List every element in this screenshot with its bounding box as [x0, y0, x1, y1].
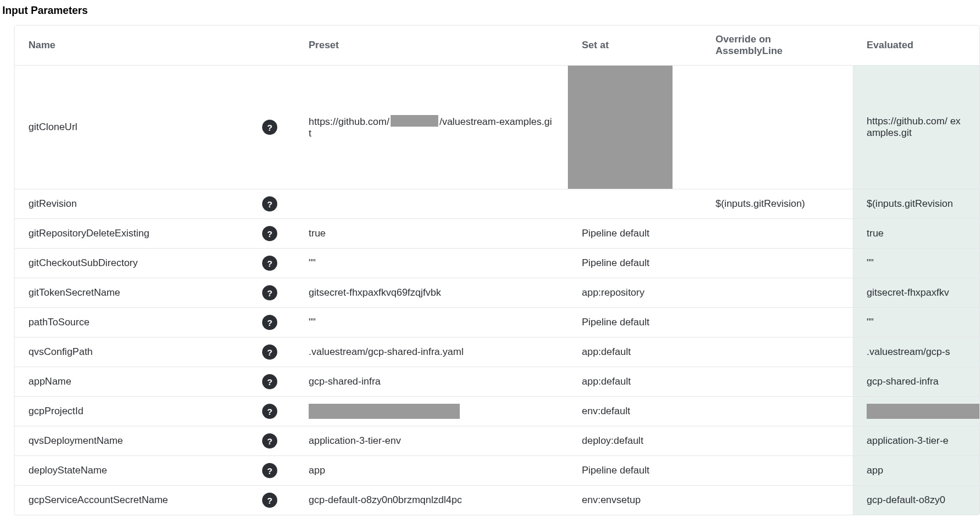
evaluated-value: ""	[867, 317, 874, 328]
set-at-cell: Pipeline default	[568, 249, 702, 278]
section-title: Input Parameters	[0, 0, 980, 25]
table-row: gitCloneUrl?https://github.com//valuestr…	[15, 66, 979, 189]
help-icon[interactable]: ?	[262, 404, 277, 419]
help-cell: ?	[259, 367, 295, 397]
help-icon[interactable]: ?	[262, 463, 277, 478]
override-value: $(inputs.gitRevision)	[716, 198, 805, 209]
help-icon[interactable]: ?	[262, 344, 277, 360]
set-at-value: Pipeline default	[582, 228, 649, 239]
help-icon[interactable]: ?	[262, 315, 277, 330]
help-cell: ?	[259, 338, 295, 367]
evaluated-cell: $(inputs.gitRevision	[853, 189, 979, 219]
evaluated-cell: gcp-default-o8zy0	[853, 486, 979, 515]
set-at-cell: app:default	[568, 367, 702, 397]
help-icon[interactable]: ?	[262, 196, 277, 211]
help-icon[interactable]: ?	[262, 374, 277, 389]
set-at-cell	[568, 189, 702, 219]
param-name-cell: gcpProjectId	[15, 397, 259, 426]
help-cell: ?	[259, 426, 295, 456]
param-name: gcpProjectId	[28, 405, 84, 417]
param-name: qvsConfigPath	[28, 346, 93, 357]
set-at-value: Pipeline default	[582, 317, 649, 328]
evaluated-cell: https://github.com/ examples.git	[853, 66, 979, 189]
preset-cell: ""	[295, 249, 568, 278]
set-at-value: deploy:default	[582, 435, 643, 446]
col-header-evaluated: Evaluated	[853, 26, 979, 66]
param-name-cell: qvsConfigPath	[15, 338, 259, 367]
override-cell	[702, 66, 853, 189]
preset-value: ""	[309, 257, 316, 268]
evaluated-value: ""	[867, 257, 874, 268]
param-name: pathToSource	[28, 317, 90, 328]
override-cell	[702, 426, 853, 456]
table-row: qvsConfigPath?.valuestream/gcp-shared-in…	[15, 338, 979, 367]
preset-cell: .valuestream/gcp-shared-infra.yaml	[295, 338, 568, 367]
preset-value: gcp-shared-infra	[309, 376, 381, 387]
param-name: appName	[28, 376, 71, 387]
override-cell	[702, 486, 853, 515]
set-at-value: env:default	[582, 405, 630, 417]
param-name: deployStateName	[28, 465, 107, 476]
help-cell: ?	[259, 486, 295, 515]
set-at-cell: deploy:default	[568, 426, 702, 456]
help-icon[interactable]: ?	[262, 433, 277, 448]
preset-cell: application-3-tier-env	[295, 426, 568, 456]
table-header-row: Name Preset Set at Override on AssemblyL…	[15, 26, 979, 66]
help-cell: ?	[259, 66, 295, 189]
table-row: gitCheckoutSubDirectory?""Pipeline defau…	[15, 249, 979, 278]
evaluated-cell: ""	[853, 249, 979, 278]
help-icon[interactable]: ?	[262, 256, 277, 271]
help-icon[interactable]: ?	[262, 493, 277, 508]
preset-value: gitsecret-fhxpaxfkvq69fzqjfvbk	[309, 287, 441, 298]
evaluated-value: application-3-tier-e	[867, 435, 949, 446]
preset-cell: gitsecret-fhxpaxfkvq69fzqjfvbk	[295, 278, 568, 308]
help-cell: ?	[259, 219, 295, 249]
col-header-set-at: Set at	[568, 26, 702, 66]
preset-value: ""	[309, 317, 316, 328]
evaluated-cell: app	[853, 456, 979, 486]
override-cell	[702, 397, 853, 426]
redacted-segment	[391, 115, 438, 127]
evaluated-value: gitsecret-fhxpaxfkv	[867, 287, 949, 298]
help-cell: ?	[259, 456, 295, 486]
evaluated-cell	[853, 397, 979, 426]
help-cell: ?	[259, 249, 295, 278]
set-at-cell: Pipeline default	[568, 308, 702, 338]
help-icon[interactable]: ?	[262, 226, 277, 241]
col-header-preset: Preset	[295, 26, 568, 66]
param-name: gitCheckoutSubDirectory	[28, 257, 138, 268]
evaluated-value: gcp-default-o8zy0	[867, 494, 945, 505]
param-name-cell: appName	[15, 367, 259, 397]
table-row: appName?gcp-shared-infraapp:defaultgcp-s…	[15, 367, 979, 397]
evaluated-value: true	[867, 228, 884, 239]
preset-cell: app	[295, 456, 568, 486]
param-name: gitRevision	[28, 198, 77, 209]
table-row: gcpServiceAccountSecretName?gcp-default-…	[15, 486, 979, 515]
preset-cell: ""	[295, 308, 568, 338]
preset-value-prefix: https://github.com/	[309, 116, 389, 127]
param-name: gitCloneUrl	[28, 121, 77, 132]
override-cell	[702, 308, 853, 338]
param-name-cell: gitCheckoutSubDirectory	[15, 249, 259, 278]
param-name: qvsDeploymentName	[28, 435, 123, 446]
evaluated-cell: .valuestream/gcp-s	[853, 338, 979, 367]
preset-value: application-3-tier-env	[309, 435, 401, 446]
override-cell	[702, 249, 853, 278]
override-cell: $(inputs.gitRevision)	[702, 189, 853, 219]
set-at-value: app:repository	[582, 287, 645, 298]
param-name-cell: gitCloneUrl	[15, 66, 259, 189]
evaluated-value: .valuestream/gcp-s	[867, 346, 950, 357]
help-cell: ?	[259, 278, 295, 308]
input-parameters-table: Name Preset Set at Override on AssemblyL…	[15, 26, 979, 515]
evaluated-cell: gcp-shared-infra	[853, 367, 979, 397]
set-at-cell: app:repository	[568, 278, 702, 308]
preset-value: app	[309, 465, 325, 476]
param-name-cell: qvsDeploymentName	[15, 426, 259, 456]
help-cell: ?	[259, 397, 295, 426]
evaluated-cell: application-3-tier-e	[853, 426, 979, 456]
help-icon[interactable]: ?	[262, 120, 277, 135]
set-at-value: Pipeline default	[582, 257, 649, 268]
redacted-segment	[309, 404, 460, 419]
preset-value: true	[309, 228, 326, 239]
help-icon[interactable]: ?	[262, 285, 277, 300]
